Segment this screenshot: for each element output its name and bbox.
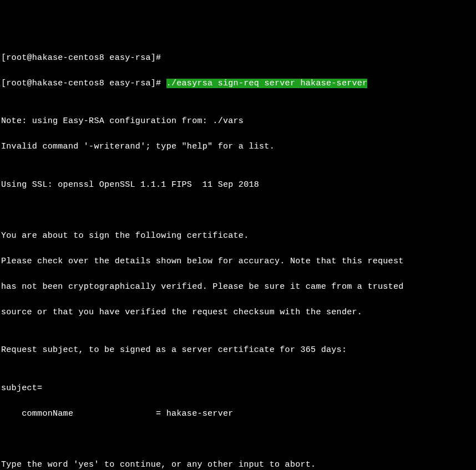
shell-prompt: [root@hakase-centos8 easy-rsa]# [1, 53, 161, 63]
terminal-output: Type the word 'yes' to continue, or any … [1, 459, 475, 470]
terminal-output: Using SSL: openssl OpenSSL 1.1.1 FIPS 11… [1, 179, 475, 192]
terminal-output: Request subject, to be signed as a serve… [1, 344, 475, 357]
terminal-output: source or that you have verified the req… [1, 306, 475, 319]
terminal-output: subject= [1, 382, 475, 395]
terminal-output: You are about to sign the following cert… [1, 230, 475, 243]
terminal-output: Note: using Easy-RSA configuration from:… [1, 115, 475, 128]
terminal-line: [root@hakase-centos8 easy-rsa]# ./easyrs… [1, 78, 475, 90]
command-entered: ./easyrsa sign-req server hakase-server [166, 79, 368, 88]
terminal-output: has not been cryptographically verified.… [1, 281, 475, 294]
terminal-output: Invalid command '-writerand'; type "help… [1, 141, 475, 154]
terminal-output: Please check over the details shown belo… [1, 256, 475, 268]
shell-prompt: [root@hakase-centos8 easy-rsa]# [1, 79, 166, 88]
terminal-line: [root@hakase-centos8 easy-rsa]# [1, 52, 475, 65]
terminal-output: commonName = hakase-server [1, 408, 475, 421]
